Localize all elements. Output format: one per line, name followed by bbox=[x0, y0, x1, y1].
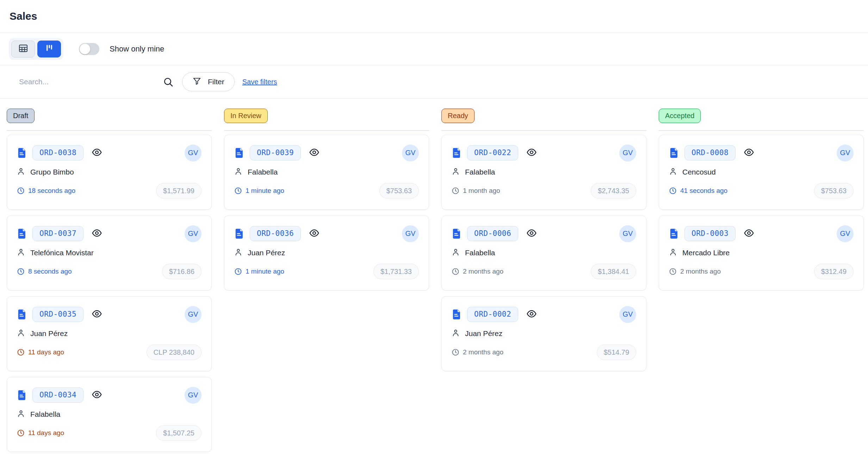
preview-eye-button[interactable] bbox=[744, 228, 754, 239]
order-id-badge[interactable]: ORD-0039 bbox=[250, 145, 301, 160]
order-id-badge[interactable]: ORD-0008 bbox=[684, 145, 736, 160]
show-only-mine-toggle[interactable] bbox=[79, 43, 99, 55]
order-card[interactable]: ORD-0038GVGrupo Bimbo18 seconds ago$1,57… bbox=[7, 135, 212, 210]
customer-name: Cencosud bbox=[682, 168, 716, 176]
save-filters-link[interactable]: Save filters bbox=[242, 78, 277, 86]
order-card-footer: 18 seconds ago$1,571.99 bbox=[17, 183, 202, 199]
column-cards: ORD-0008GVCencosud41 seconds ago$753.63O… bbox=[659, 135, 864, 291]
assignee-avatar: GV bbox=[619, 306, 636, 323]
clock-icon bbox=[17, 268, 25, 275]
clock-icon bbox=[17, 348, 25, 356]
time-ago: 8 seconds ago bbox=[17, 268, 72, 275]
order-card[interactable]: ORD-0002GVJuan Pérez2 months ago$514.79 bbox=[441, 296, 646, 371]
order-card[interactable]: ORD-0037GVTelefónica Movistar8 seconds a… bbox=[7, 215, 212, 291]
preview-eye-button[interactable] bbox=[92, 389, 102, 401]
order-card-footer: 8 seconds ago$716.86 bbox=[17, 264, 202, 279]
customer-name: Falabella bbox=[465, 168, 495, 176]
order-id-badge[interactable]: ORD-0036 bbox=[250, 226, 301, 241]
document-icon bbox=[669, 147, 678, 158]
clock-icon bbox=[669, 187, 677, 195]
preview-eye-button[interactable] bbox=[526, 228, 537, 239]
preview-eye-button[interactable] bbox=[92, 147, 102, 159]
time-ago-text: 41 seconds ago bbox=[680, 187, 727, 195]
clock-icon bbox=[234, 268, 242, 275]
amount-badge: $312.49 bbox=[814, 264, 854, 279]
preview-eye-button[interactable] bbox=[92, 309, 102, 320]
time-ago: 1 minute ago bbox=[234, 268, 284, 275]
order-id-badge[interactable]: ORD-0035 bbox=[32, 307, 83, 322]
order-id-badge[interactable]: ORD-0038 bbox=[32, 145, 83, 160]
assignee-avatar: GV bbox=[185, 387, 202, 404]
preview-eye-button[interactable] bbox=[526, 309, 537, 320]
filter-button[interactable]: Filter bbox=[182, 72, 235, 91]
document-icon bbox=[452, 147, 461, 158]
search-input[interactable] bbox=[18, 77, 159, 86]
document-icon bbox=[669, 228, 678, 239]
assignee-avatar: GV bbox=[402, 225, 419, 242]
time-ago-text: 11 days ago bbox=[28, 348, 64, 356]
time-ago: 1 month ago bbox=[452, 187, 500, 195]
time-ago: 11 days ago bbox=[17, 429, 64, 437]
preview-eye-button[interactable] bbox=[309, 147, 320, 159]
order-card-header: ORD-0035GV bbox=[17, 306, 202, 323]
customer-row: Falabella bbox=[452, 248, 636, 258]
person-icon bbox=[669, 167, 677, 177]
preview-eye-button[interactable] bbox=[744, 147, 754, 159]
order-id-badge[interactable]: ORD-0006 bbox=[467, 226, 518, 241]
time-ago-text: 1 minute ago bbox=[246, 187, 284, 195]
order-card[interactable]: ORD-0006GVFalabella2 months ago$1,384.41 bbox=[441, 215, 646, 291]
order-card[interactable]: ORD-0034GVFalabella11 days ago$1,507.25 bbox=[7, 377, 212, 452]
time-ago-text: 2 months ago bbox=[680, 268, 721, 275]
order-card[interactable]: ORD-0035GVJuan Pérez11 days agoCLP 238,8… bbox=[7, 296, 212, 371]
order-card-header: ORD-0037GV bbox=[17, 225, 202, 242]
order-card[interactable]: ORD-0039GVFalabella1 minute ago$753.63 bbox=[224, 135, 429, 210]
filter-row: Filter Save filters bbox=[0, 65, 868, 99]
view-toggle-group bbox=[9, 38, 63, 60]
order-card-header: ORD-0036GV bbox=[234, 225, 419, 242]
preview-eye-button[interactable] bbox=[309, 228, 320, 239]
order-id-badge[interactable]: ORD-0003 bbox=[684, 226, 736, 241]
time-ago-text: 2 months ago bbox=[463, 348, 503, 356]
time-ago-text: 18 seconds ago bbox=[28, 187, 75, 195]
column-status-badge: Accepted bbox=[659, 109, 701, 123]
person-icon bbox=[17, 329, 25, 338]
order-id-badge[interactable]: ORD-0002 bbox=[467, 307, 518, 322]
order-card-footer: 1 month ago$2,743.35 bbox=[452, 183, 636, 199]
eye-icon bbox=[92, 228, 102, 239]
column-cards: ORD-0039GVFalabella1 minute ago$753.63OR… bbox=[224, 135, 429, 291]
amount-badge: $1,507.25 bbox=[156, 425, 202, 441]
customer-name: Juan Pérez bbox=[248, 249, 285, 257]
order-id-badge[interactable]: ORD-0034 bbox=[32, 387, 83, 403]
order-id-badge[interactable]: ORD-0022 bbox=[467, 145, 518, 160]
order-id-badge[interactable]: ORD-0037 bbox=[32, 226, 83, 241]
order-card-header: ORD-0006GV bbox=[452, 225, 636, 242]
order-card[interactable]: ORD-0036GVJuan Pérez1 minute ago$1,731.3… bbox=[224, 215, 429, 291]
amount-badge: $1,571.99 bbox=[156, 183, 202, 199]
assignee-avatar: GV bbox=[185, 145, 202, 161]
order-card-header: ORD-0002GV bbox=[452, 306, 636, 323]
customer-row: Juan Pérez bbox=[452, 329, 636, 338]
order-card[interactable]: ORD-0022GVFalabella1 month ago$2,743.35 bbox=[441, 135, 646, 210]
customer-name: Falabella bbox=[30, 410, 60, 419]
kanban-view-button[interactable] bbox=[37, 41, 61, 57]
table-icon bbox=[18, 43, 29, 55]
document-icon bbox=[234, 147, 244, 158]
document-icon bbox=[17, 390, 26, 401]
document-icon bbox=[452, 309, 461, 320]
preview-eye-button[interactable] bbox=[526, 147, 537, 159]
order-card[interactable]: ORD-0008GVCencosud41 seconds ago$753.63 bbox=[659, 135, 864, 210]
preview-eye-button[interactable] bbox=[92, 228, 102, 239]
person-icon bbox=[17, 409, 25, 419]
order-card[interactable]: ORD-0003GVMercado Libre2 months ago$312.… bbox=[659, 215, 864, 291]
table-view-button[interactable] bbox=[11, 41, 35, 57]
kanban-column-draft: DraftORD-0038GVGrupo Bimbo18 seconds ago… bbox=[7, 109, 212, 452]
person-icon bbox=[452, 248, 460, 258]
time-ago-text: 8 seconds ago bbox=[28, 268, 72, 275]
eye-icon bbox=[744, 147, 754, 159]
column-divider bbox=[224, 130, 429, 131]
person-icon bbox=[17, 167, 25, 177]
document-icon bbox=[17, 228, 26, 239]
eye-icon bbox=[92, 147, 102, 159]
time-ago-text: 1 minute ago bbox=[246, 268, 284, 275]
customer-row: Juan Pérez bbox=[234, 248, 419, 258]
